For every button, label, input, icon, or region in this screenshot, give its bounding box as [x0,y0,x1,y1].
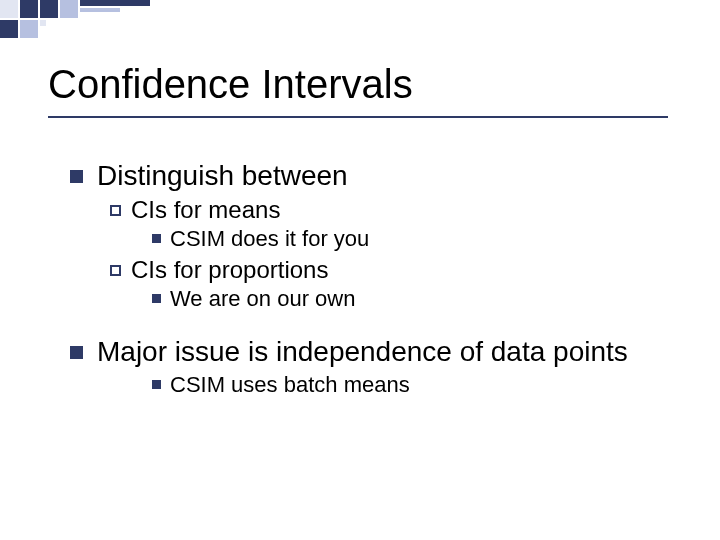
slide-title: Confidence Intervals [48,62,413,107]
bullet-text: Distinguish between [97,160,348,192]
hollow-square-bullet-icon [110,265,121,276]
small-square-bullet-icon [152,380,161,389]
bullet-level3: CSIM does it for you [152,226,670,252]
bullet-level2: CIs for means [110,196,670,224]
hollow-square-bullet-icon [110,205,121,216]
bullet-level2: CIs for proportions [110,256,670,284]
bullet-level1: Distinguish between [70,160,670,192]
bullet-text: We are on our own [170,286,355,312]
slide: Confidence Intervals Distinguish between… [0,0,720,540]
bullet-text: CIs for means [131,196,280,224]
bullet-level3: We are on our own [152,286,670,312]
square-bullet-icon [70,346,83,359]
small-square-bullet-icon [152,234,161,243]
title-underline [48,116,668,118]
bullet-level1: Major issue is independence of data poin… [70,336,670,368]
bullet-text: CSIM does it for you [170,226,369,252]
corner-decoration [0,0,180,40]
bullet-level3: CSIM uses batch means [152,372,670,398]
bullet-text: Major issue is independence of data poin… [97,336,628,368]
square-bullet-icon [70,170,83,183]
small-square-bullet-icon [152,294,161,303]
slide-body: Distinguish between CIs for means CSIM d… [70,150,670,400]
bullet-text: CIs for proportions [131,256,328,284]
bullet-text: CSIM uses batch means [170,372,410,398]
